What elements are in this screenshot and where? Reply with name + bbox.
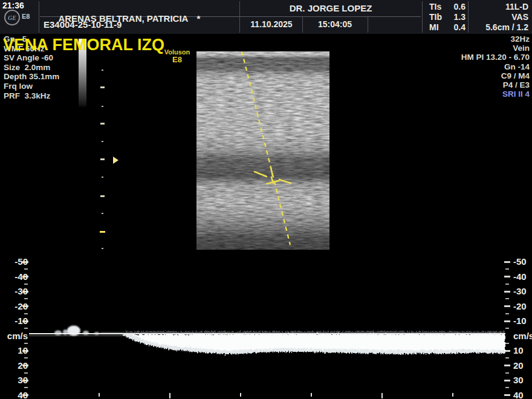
divider	[468, 1, 469, 33]
bmode-frame-rate: 32Hz	[421, 34, 530, 44]
bmode-c-m: C9 / M4	[421, 71, 530, 80]
ultrasound-screen: 21:36 GE E8 ARENAS BELTRAN, PATRICIA* E3…	[0, 0, 532, 399]
spectral-trace	[29, 316, 505, 369]
patient-flag: *	[196, 13, 200, 24]
depth-ruler-tick	[102, 248, 103, 249]
velocity-label: -20	[513, 301, 532, 312]
velocity-label: -10	[513, 316, 532, 326]
depth-ruler-tick	[100, 123, 105, 125]
velocity-label: -40	[0, 271, 28, 282]
pw-param-prf: PRF 3.3kHz	[4, 91, 59, 101]
probe-model: 11L-D	[469, 2, 528, 11]
velocity-label: -40	[513, 271, 532, 282]
velocity-label: -20	[0, 301, 28, 312]
index-label: TIs	[429, 2, 441, 11]
depth-ruler-tick	[100, 158, 105, 160]
divider	[239, 1, 240, 33]
bmode-image	[196, 51, 329, 250]
index-row: MI	[429, 22, 439, 32]
depth-ruler-tick	[102, 177, 103, 178]
divider	[39, 1, 39, 33]
bmode-parameter-block: 32Hz Vein HM PI 13.20 - 6.70 Gn -14 C9 /…	[421, 34, 530, 99]
index-value: 0.6	[450, 2, 465, 11]
bmode-preset: Vein	[421, 44, 530, 53]
velocity-label: 40	[513, 390, 532, 399]
index-label: TIb	[429, 12, 442, 22]
index-label: MI	[429, 22, 439, 32]
bmode-sri: SRI II 4	[421, 89, 530, 99]
velocity-label: -30	[513, 286, 532, 297]
velocity-label: 10	[0, 345, 28, 356]
system-time: 21:36	[2, 1, 24, 10]
exam-id: E34004-25-10-11-9	[44, 19, 122, 30]
velocity-unit-label: cm/s	[0, 331, 28, 342]
bmode-gain: Gn -14	[421, 62, 530, 71]
depth-ruler-tick	[102, 70, 103, 71]
index-row: TIb	[429, 12, 442, 22]
pw-param-sv-angle: SV Angle -60	[4, 53, 59, 63]
velocity-label: -50	[0, 256, 28, 267]
divider	[368, 17, 368, 33]
index-value: 1.3	[450, 12, 465, 22]
index-row: TIs	[429, 2, 441, 11]
exam-date: 11.10.2025	[243, 19, 300, 29]
probe-depth-freq: 5.6cm / 1.2	[469, 22, 528, 32]
velocity-label: 10	[513, 345, 532, 356]
exam-clock: 15:04:05	[305, 19, 365, 29]
velocity-label: 30	[513, 375, 532, 386]
velocity-label: -50	[513, 256, 532, 267]
pw-param-depth: Depth 35.1mm	[4, 72, 59, 82]
index-value: 0.4	[450, 22, 465, 32]
velocity-label: 30	[0, 375, 28, 386]
depth-ruler-tick	[100, 86, 105, 88]
velocity-label: 20	[0, 360, 28, 371]
probe-preset: VAS	[469, 12, 528, 22]
depth-ruler-tick	[102, 141, 103, 142]
machine-model-label: E8	[22, 13, 30, 20]
divider	[422, 1, 423, 33]
depth-ruler-tick	[100, 195, 105, 197]
divider	[302, 17, 303, 33]
velocity-label: 20	[513, 360, 532, 371]
depth-ruler-tick	[102, 106, 103, 107]
physician-name: DR. JORGE LOPEZ	[242, 3, 420, 13]
voluson-logo-model: E8	[160, 56, 195, 64]
depth-ruler-tick	[100, 231, 105, 233]
annotation-text: VENA FEMORAL IZQ	[3, 36, 164, 54]
spectral-trace-canvas	[29, 316, 505, 369]
velocity-label: -10	[0, 316, 28, 326]
bmode-p-e: P4 / E3	[421, 80, 530, 89]
ge-logo-icon: GE	[4, 10, 20, 25]
voluson-logo: Voluson E8	[160, 48, 195, 64]
velocity-label: -30	[0, 286, 28, 297]
status-bar: 21:36 GE E8 ARENAS BELTRAN, PATRICIA* E3…	[0, 0, 532, 34]
pw-param-frq: Frq low	[4, 82, 59, 91]
depth-ruler-tick	[102, 213, 103, 214]
velocity-label: 40	[0, 390, 28, 399]
bmode-hm-pi: HM PI 13.20 - 6.70	[421, 53, 530, 62]
focus-marker-icon	[113, 157, 118, 164]
bmode-image-canvas	[196, 51, 329, 250]
doppler-baseline	[29, 333, 505, 334]
velocity-unit-label: cm/s	[513, 331, 532, 342]
venous-flow-band	[121, 331, 505, 354]
pw-param-size: Size 2.0mm	[4, 63, 59, 73]
